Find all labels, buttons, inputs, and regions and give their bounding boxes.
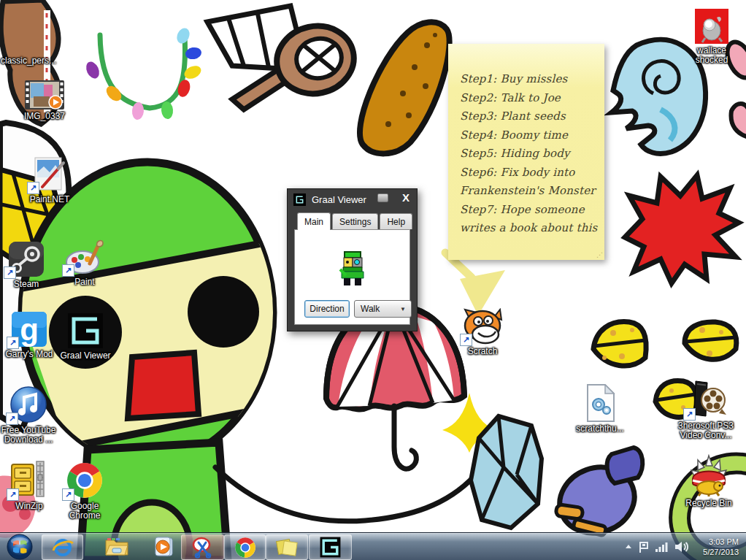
icon-label: scratchthu... <box>572 424 628 434</box>
action-center-flag-icon[interactable] <box>638 540 650 553</box>
desktop-icon-google-chrome[interactable]: ↗ Google Chrome <box>56 461 113 521</box>
walk-dropdown[interactable]: Walk ▼ <box>354 300 412 318</box>
note-line: Step2: Talk to Joe <box>460 89 604 108</box>
clock-date: 5/27/2013 <box>692 547 739 557</box>
clock-time: 3:03 PM <box>692 537 739 547</box>
desktop-icon-free-youtube-download[interactable]: ↗ Free YouTube Download ... <box>0 386 57 445</box>
transparent-image-thumbnail-icon <box>0 16 57 54</box>
note-line: Step6: Fix body into <box>460 164 604 183</box>
shortcut-arrow-icon: ↗ <box>460 334 472 346</box>
start-button[interactable] <box>4 534 36 559</box>
note-line: Step4: Boomy time <box>460 126 604 145</box>
youtube-downloader-icon: ↗ <box>0 386 57 423</box>
taskbar-clock[interactable]: 3:03 PM 5/27/2013 <box>692 537 739 557</box>
network-signal-icon[interactable] <box>655 541 669 553</box>
spiny-shell-icon <box>680 459 737 496</box>
taskbar: 3:03 PM 5/27/2013 <box>0 532 746 560</box>
desktop-icon-scratchthu[interactable]: scratchthu... <box>572 384 628 434</box>
taskbar-chrome[interactable] <box>224 534 266 560</box>
tab-help[interactable]: Help <box>380 213 412 229</box>
taskbar-internet-explorer[interactable] <box>42 534 83 560</box>
show-hidden-icons-arrow[interactable] <box>625 544 632 550</box>
shortcut-arrow-icon: ↗ <box>62 264 74 277</box>
window-title: Graal Viewer <box>312 194 366 205</box>
desktop-icon-3herosoft-ps3[interactable]: ↗ 3herosoft PS3 Video Conv... <box>677 381 734 440</box>
note-line: Frankenstein's Monster <box>460 182 604 201</box>
icon-label: Paint.NET <box>21 195 78 204</box>
desktop-icon-scratch[interactable]: ↗ Scratch <box>454 307 511 356</box>
unknown-file-gears-icon <box>572 384 628 422</box>
taskbar-graal-viewer[interactable] <box>309 534 352 560</box>
video-thumbnail-icon <box>16 72 73 110</box>
note-line: Step3: Plant seeds <box>460 107 604 126</box>
icon-label: Google Chrome <box>56 502 113 521</box>
icon-label: wallace shocked <box>683 46 740 65</box>
icon-label: IMG_0337 <box>16 112 73 121</box>
chrome-icon: ↗ <box>56 461 113 499</box>
taskbar-media-player[interactable] <box>145 534 182 559</box>
shortcut-arrow-icon: ↗ <box>7 337 19 349</box>
icon-label: Scratch <box>454 347 511 356</box>
window-titlebar[interactable]: Graal Viewer X <box>288 189 417 210</box>
direction-button[interactable]: Direction <box>304 300 350 318</box>
taskbar-windows-explorer[interactable] <box>98 534 136 559</box>
system-tray: 3:03 PM 5/27/2013 <box>622 533 746 560</box>
shortcut-arrow-icon: ↗ <box>7 488 19 501</box>
graal-logo-icon <box>293 193 306 206</box>
desktop-icon-wallace-shocked[interactable]: wallace shocked <box>683 6 740 65</box>
tab-main[interactable]: Main <box>297 212 331 230</box>
graal-g-logo-icon <box>57 311 114 349</box>
close-button[interactable]: X <box>402 191 409 204</box>
shortcut-arrow-icon: ↗ <box>6 413 18 425</box>
desktop-icon-garrys-mod[interactable]: g ↗ Garry's Mod <box>1 310 58 359</box>
shortcut-arrow-icon: ↗ <box>27 182 39 194</box>
icon-label: Recycle Bin <box>680 499 737 508</box>
desktop-icon-graal-viewer[interactable]: Graal Viewer <box>57 311 114 361</box>
shortcut-arrow-icon: ↗ <box>4 266 16 279</box>
graal-viewer-window: Graal Viewer X Main Settings Help <box>287 188 418 331</box>
icon-label: Free YouTube Download ... <box>0 426 57 445</box>
tab-settings[interactable]: Settings <box>332 213 378 229</box>
desktop-icon-steam[interactable]: ↗ Steam <box>0 239 55 289</box>
tab-strip: Main Settings Help <box>297 213 414 231</box>
garrys-mod-icon: g ↗ <box>1 310 58 348</box>
icon-label: Graal Viewer <box>57 351 114 361</box>
note-line: writes a book about this <box>460 219 604 238</box>
taskbar-snipping-tool[interactable] <box>181 534 224 560</box>
shortcut-arrow-icon: ↗ <box>683 408 696 421</box>
note-line: Step5: Hiding body <box>460 145 604 164</box>
desktop-icon-recycle-bin[interactable]: Recycle Bin <box>680 459 737 508</box>
minimize-button[interactable] <box>376 193 389 203</box>
icon-label: Steam <box>0 280 55 289</box>
paint-net-icon: ↗ <box>21 155 78 193</box>
note-line: Step7: Hope someone <box>460 201 604 220</box>
note-resize-grip[interactable]: ⋰ <box>596 252 602 258</box>
volume-speaker-icon[interactable] <box>674 541 689 553</box>
steam-icon: ↗ <box>0 239 55 277</box>
icon-label: WinZip <box>1 502 58 511</box>
svg-text:g: g <box>20 312 39 347</box>
sticky-note[interactable]: Step1: Buy missles Step2: Talk to Joe St… <box>448 44 604 260</box>
winzip-icon: ↗ <box>1 461 58 499</box>
desktop-icon-paint-net[interactable]: ↗ Paint.NET <box>21 155 78 204</box>
paint-palette-icon: ↗ <box>56 237 113 275</box>
desktop-icon-winzip[interactable]: ↗ WinZip <box>1 461 58 511</box>
scratch-cat-icon: ↗ <box>454 307 511 345</box>
character-sprite-preview <box>339 249 366 290</box>
desktop-icon-img-0337[interactable]: IMG_0337 <box>16 72 73 121</box>
icon-label: 3herosoft PS3 Video Conv... <box>677 421 734 440</box>
chevron-down-icon: ▼ <box>400 306 406 312</box>
image-thumbnail-red-icon <box>683 6 740 44</box>
icon-label: classic_pers... <box>0 56 57 66</box>
desktop-icon-classic-pers[interactable]: classic_pers... <box>0 16 57 66</box>
main-tab-panel: Direction Walk ▼ <box>294 229 410 325</box>
ps3-video-converter-icon: ↗ <box>677 381 734 419</box>
icon-label: Garry's Mod <box>1 350 58 359</box>
desktop-icon-paint[interactable]: ↗ Paint <box>56 237 113 287</box>
desktop: classic_pers... IMG_0337 <box>0 0 746 560</box>
sticky-note-text: Step1: Buy missles Step2: Talk to Joe St… <box>448 44 604 238</box>
taskbar-sticky-notes[interactable] <box>266 534 308 560</box>
note-line: Step1: Buy missles <box>460 70 604 89</box>
walk-dropdown-value: Walk <box>361 304 380 314</box>
shortcut-arrow-icon: ↗ <box>62 488 74 501</box>
